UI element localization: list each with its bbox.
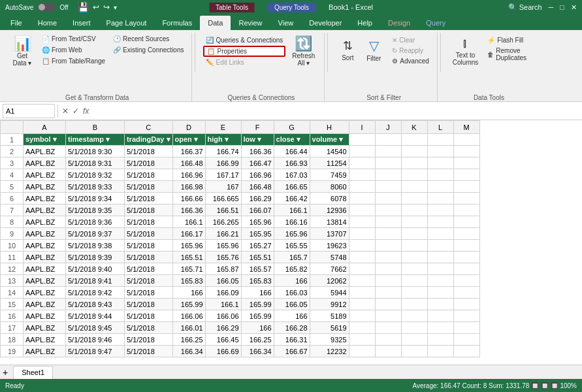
cell[interactable]: AAPL.BZ	[24, 287, 66, 299]
cell[interactable]: 167	[205, 181, 241, 193]
cell[interactable]: 165.55	[274, 240, 310, 252]
cell[interactable]: 5/1/2018	[125, 252, 173, 263]
cell[interactable]: 166.05	[274, 299, 310, 310]
cell[interactable]: 165.95	[241, 228, 274, 240]
cell[interactable]: AAPL.BZ	[24, 346, 66, 357]
cell[interactable]: 5/1/2018 9:42	[66, 287, 125, 299]
close-icon[interactable]: ✕	[571, 3, 577, 12]
cell[interactable]: AAPL.BZ	[24, 228, 66, 240]
cell[interactable]: 166.34	[241, 346, 274, 357]
col-header-J[interactable]: J	[375, 121, 401, 134]
cell[interactable]: AAPL.BZ	[24, 169, 66, 181]
cell[interactable]: 5/1/2018 9:40	[66, 263, 125, 275]
cell[interactable]: 5/1/2018 9:44	[66, 310, 125, 322]
cell[interactable]: 166.51	[205, 204, 241, 216]
cell[interactable]: 5/1/2018 9:38	[66, 240, 125, 252]
cell[interactable]: 5/1/2018 9:34	[66, 193, 125, 204]
col-header-F[interactable]: F	[241, 121, 274, 134]
cell[interactable]: 165.87	[205, 263, 241, 275]
cell[interactable]: 5/1/2018	[125, 169, 173, 181]
queries-connections-button[interactable]: 🔄 Queries & Connections	[203, 35, 285, 45]
cell[interactable]: 13707	[310, 228, 349, 240]
col-header-B[interactable]: B	[66, 121, 125, 134]
cell[interactable]: 5/1/2018	[125, 181, 173, 193]
redo-icon[interactable]: ↪	[103, 3, 110, 12]
filter-button[interactable]: ▽ Filter	[361, 35, 387, 65]
cell[interactable]: 166.44	[274, 146, 310, 157]
autosave-toggle[interactable]	[37, 3, 56, 12]
confirm-formula-icon[interactable]: ✓	[71, 105, 80, 117]
header-open[interactable]: open ▾	[172, 134, 205, 146]
cell[interactable]: 165.27	[241, 240, 274, 252]
tab-review[interactable]: Review	[231, 16, 270, 30]
cell[interactable]: 165.96	[205, 240, 241, 252]
col-header-E[interactable]: E	[205, 121, 241, 134]
cell[interactable]: 5/1/2018 9:45	[66, 322, 125, 334]
col-header-K[interactable]: K	[401, 121, 427, 134]
cell[interactable]: 166.07	[241, 204, 274, 216]
cell[interactable]: 167.03	[274, 169, 310, 181]
tab-help[interactable]: Help	[349, 16, 380, 30]
cell[interactable]: AAPL.BZ	[24, 193, 66, 204]
cell[interactable]: 5/1/2018 9:35	[66, 204, 125, 216]
cell[interactable]: 165.96	[172, 240, 205, 252]
cell[interactable]: 166.31	[274, 334, 310, 346]
cell[interactable]: 165.51	[241, 252, 274, 263]
cell[interactable]: 5/1/2018	[125, 346, 173, 357]
col-header-A[interactable]: A	[24, 121, 66, 134]
header-volume[interactable]: volume ▾	[310, 134, 349, 146]
cell[interactable]: 166.09	[205, 287, 241, 299]
cell[interactable]: 9912	[310, 299, 349, 310]
cell[interactable]: 165.99	[241, 299, 274, 310]
refresh-all-button[interactable]: 🔃 RefreshAll ▾	[288, 34, 319, 69]
cell[interactable]: 166.66	[172, 193, 205, 204]
col-header-L[interactable]: L	[427, 121, 453, 134]
cell[interactable]: 12062	[310, 275, 349, 287]
clear-button[interactable]: ✕ Clear	[389, 35, 431, 45]
cell[interactable]: 165.96	[274, 228, 310, 240]
cell[interactable]: 5944	[310, 287, 349, 299]
tab-query[interactable]: Query	[418, 16, 453, 30]
cell[interactable]: 5/1/2018 9:36	[66, 216, 125, 228]
header-close[interactable]: close ▾	[274, 134, 310, 146]
name-box[interactable]: A1	[3, 104, 55, 118]
cell[interactable]: 5/1/2018	[125, 310, 173, 322]
header-high[interactable]: high ▾	[205, 134, 241, 146]
recent-sources-button[interactable]: 🕐 Recent Sources	[110, 34, 186, 44]
cell[interactable]: 5189	[310, 310, 349, 322]
cell[interactable]: 165.83	[241, 275, 274, 287]
restore-icon[interactable]: □	[560, 3, 564, 11]
cell[interactable]: 165.99	[241, 310, 274, 322]
cell[interactable]: 166.48	[172, 157, 205, 169]
cell[interactable]: 7459	[310, 169, 349, 181]
cell[interactable]: 14540	[310, 146, 349, 157]
cell[interactable]: 166.99	[205, 157, 241, 169]
cell[interactable]: 7662	[310, 263, 349, 275]
cell[interactable]: 165.82	[274, 263, 310, 275]
from-table-range-button[interactable]: 📋 From Table/Range	[39, 56, 108, 66]
tab-design[interactable]: Design	[380, 16, 418, 30]
tab-page-layout[interactable]: Page Layout	[99, 16, 155, 30]
cell[interactable]: 8060	[310, 181, 349, 193]
cell[interactable]: 12936	[310, 204, 349, 216]
cell[interactable]: 5/1/2018	[125, 193, 173, 204]
cell[interactable]: 167.17	[205, 169, 241, 181]
cell[interactable]: 166.265	[205, 216, 241, 228]
cell[interactable]: AAPL.BZ	[24, 310, 66, 322]
cell[interactable]: 166.96	[172, 169, 205, 181]
cell[interactable]: AAPL.BZ	[24, 240, 66, 252]
cell[interactable]: 5/1/2018	[125, 146, 173, 157]
flash-fill-button[interactable]: ⚡ Flash Fill	[485, 35, 529, 45]
properties-button[interactable]: 📋 Properties	[203, 46, 285, 57]
cell[interactable]: 5/1/2018	[125, 157, 173, 169]
tab-formulas[interactable]: Formulas	[154, 16, 200, 30]
cell[interactable]: 166.96	[241, 169, 274, 181]
cell[interactable]: 165.76	[205, 252, 241, 263]
cell[interactable]: 166.25	[241, 334, 274, 346]
cell[interactable]: AAPL.BZ	[24, 181, 66, 193]
header-low[interactable]: low ▾	[241, 134, 274, 146]
cell[interactable]: 5/1/2018	[125, 275, 173, 287]
cell[interactable]: 5/1/2018	[125, 204, 173, 216]
cell[interactable]: AAPL.BZ	[24, 299, 66, 310]
col-header-C[interactable]: C	[125, 121, 173, 134]
